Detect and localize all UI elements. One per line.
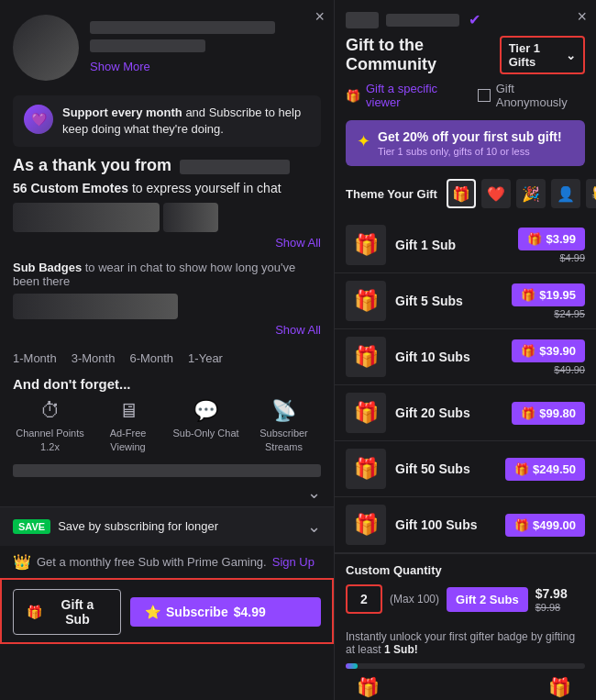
gift-option-50subs[interactable]: 🎁 Gift 50 Subs 🎁 $249.50: [335, 441, 596, 497]
gift-10subs-price-col: 🎁 $39.90 $49.90: [512, 339, 585, 375]
prime-text: Get a monthly free Sub with Prime Gaming…: [37, 555, 267, 569]
perk-ad-free: 🖥 Ad-Free Viewing: [91, 399, 165, 453]
gift-option-20subs[interactable]: 🎁 Gift 20 Subs 🎁 $99.80: [335, 385, 596, 441]
thank-you-section: As a thank you from 56 Custom Emotes to …: [0, 156, 334, 261]
max-label: (Max 100): [390, 593, 439, 606]
theme-icons: 🎁 ❤️ 🎉 👤 😺: [447, 179, 596, 208]
theme-icon-gift[interactable]: 🎁: [447, 179, 476, 208]
gift-options-list: 🎁 Gift 1 Sub 🎁 $3.99 $4.99 🎁 Gift 5 Subs…: [335, 217, 596, 553]
tier-label: Tier 1 Gifts: [509, 41, 562, 69]
support-text: Support every month and Subscribe to hel…: [62, 105, 310, 138]
perk-sub-chat: 💬 Sub-Only Chat: [169, 399, 243, 453]
gift-10subs-price-btn[interactable]: 🎁 $39.90: [512, 339, 585, 362]
support-box: 💜 Support every month and Subscribe to h…: [13, 95, 321, 147]
gift-10subs-price: $39.90: [539, 344, 576, 358]
channel-points-icon: ⏱: [40, 399, 61, 423]
gift-community-title: Gift to the Community: [346, 36, 500, 74]
gift-option-100subs[interactable]: 🎁 Gift 100 Subs 🎁 $499.00: [335, 497, 596, 553]
gift-specific-viewer[interactable]: 🎁 Gift a specific viewer: [346, 82, 470, 109]
gift-10subs-name: Gift 10 Subs: [395, 350, 502, 364]
duration-row: 1-Month 3-Month 6-Month 1-Year: [0, 348, 334, 374]
gift-viewer-row: 🎁 Gift a specific viewer Gift Anonymousl…: [335, 82, 596, 117]
badges-section: Sub Badges to wear in chat to show how l…: [0, 261, 334, 348]
theme-icon-heart[interactable]: ❤️: [481, 179, 511, 208]
gifter-desc: Instantly unlock your first gifter badge…: [346, 630, 585, 656]
promo-main-text: Get 20% off your first sub gift!: [378, 129, 562, 144]
custom-gift-button[interactable]: Gift 2 Subs: [447, 587, 528, 612]
duration-3month[interactable]: 3-Month: [72, 351, 116, 365]
gift-10subs-icon: 🎁: [346, 337, 386, 377]
gift-1sub-price: $3.99: [546, 232, 576, 246]
anonymous-label: Gift Anonymously: [496, 82, 585, 109]
gift-100subs-icon-btn: 🎁: [514, 518, 529, 532]
gift-icon: 🎁: [27, 605, 42, 619]
prime-row: 👑 Get a monthly free Sub with Prime Gami…: [0, 546, 334, 578]
subscribe-price: $4.99: [234, 605, 266, 619]
gift-option-5subs[interactable]: 🎁 Gift 5 Subs 🎁 $19.95 $24.95: [335, 273, 596, 329]
gift-1sub-price-btn[interactable]: 🎁 $3.99: [518, 228, 585, 250]
chevron-down-icon[interactable]: ⌄: [307, 483, 321, 503]
gift-50subs-price-btn[interactable]: 🎁 $249.50: [505, 458, 585, 481]
close-right-button[interactable]: ×: [577, 7, 587, 27]
theme-icon-cat[interactable]: 😺: [586, 179, 596, 208]
gift-20subs-icon: 🎁: [346, 393, 386, 433]
gift-5subs-name: Gift 5 Subs: [395, 294, 502, 308]
right-name-bar: [386, 14, 459, 27]
close-left-button[interactable]: ×: [315, 7, 325, 27]
theme-label: Theme Your Gift: [346, 187, 437, 201]
anonymous-checkbox[interactable]: [478, 89, 491, 102]
prime-icon: 👑: [13, 553, 31, 571]
gift-option-1sub[interactable]: 🎁 Gift 1 Sub 🎁 $3.99 $4.99: [335, 217, 596, 273]
show-all-emotes-link[interactable]: Show All: [275, 236, 321, 250]
gift-option-10subs[interactable]: 🎁 Gift 10 Subs 🎁 $39.90 $49.90: [335, 329, 596, 385]
promo-sub-text: Tier 1 subs only, gifts of 10 or less: [378, 146, 562, 157]
gift-50subs-price: $249.50: [533, 462, 576, 476]
tier-chevron-icon: ⌄: [566, 49, 576, 62]
gift-sub-button[interactable]: 🎁 Gift a Sub: [13, 589, 121, 635]
streamer-name-bar: [90, 21, 275, 34]
subscribe-button[interactable]: ⭐ Subscribe $4.99: [130, 597, 321, 627]
gift-100subs-price-btn[interactable]: 🎁 $499.00: [505, 514, 585, 537]
perk-label-ad-free: Ad-Free Viewing: [91, 427, 165, 453]
show-all-badges-link[interactable]: Show All: [275, 323, 321, 337]
perks-grid: ⏱ Channel Points 1.2x 🖥 Ad-Free Viewing …: [0, 399, 334, 462]
prime-signup-link[interactable]: Sign Up: [272, 555, 315, 569]
gifter-section: Instantly unlock your first gifter badge…: [335, 623, 596, 700]
emote-bar-1: [13, 203, 160, 232]
custom-price: $7.98: [535, 586, 568, 601]
five-gift-icon: 🎁: [548, 676, 571, 698]
gift-1sub-price-col: 🎁 $3.99 $4.99: [518, 228, 585, 263]
save-text: Save by subscribing for longer: [58, 519, 307, 533]
gifter-ends: 🎁 Sub Gifter 🎁 5 Gift Subs: [346, 676, 585, 700]
thank-you-title: As a thank you from: [13, 156, 321, 175]
gift-20subs-price: $99.80: [539, 406, 576, 420]
gift-5subs-icon: 🎁: [346, 281, 386, 321]
perk-subscriber-streams: 📡 Subscriber Streams: [247, 399, 321, 453]
gift-5subs-price-col: 🎁 $19.95 $24.95: [512, 283, 585, 319]
gift-specific-label: Gift a specific viewer: [366, 82, 470, 109]
emote-strip: [13, 203, 321, 232]
gift-20subs-price-btn[interactable]: 🎁 $99.80: [512, 402, 585, 425]
promo-content: Get 20% off your first sub gift! Tier 1 …: [378, 129, 562, 157]
gift-50subs-icon-btn: 🎁: [514, 462, 529, 476]
tier-dropdown[interactable]: Tier 1 Gifts ⌄: [500, 36, 585, 74]
duration-6month[interactable]: 6-Month: [129, 351, 173, 365]
custom-qty-input[interactable]: [346, 584, 382, 614]
gift-5subs-price-btn[interactable]: 🎁 $19.95: [512, 283, 585, 306]
save-banner[interactable]: SAVE Save by subscribing for longer ⌄: [0, 506, 334, 546]
custom-price-col: $7.98 $9.98: [535, 585, 568, 613]
anonymous-row: Gift Anonymously: [478, 82, 585, 109]
right-header: ✔: [335, 0, 596, 34]
duration-1month[interactable]: 1-Month: [13, 351, 57, 365]
theme-icon-person[interactable]: 👤: [551, 179, 580, 208]
gift-10subs-icon-btn: 🎁: [521, 344, 535, 358]
left-header: Show More: [0, 0, 334, 90]
subscribe-label: Subscribe: [166, 605, 228, 619]
gift-20subs-price-col: 🎁 $99.80: [512, 402, 585, 425]
duration-1year[interactable]: 1-Year: [188, 351, 223, 365]
right-avatar: [346, 12, 379, 28]
badge-strip: [13, 294, 321, 319]
gifter-progress-bar: [346, 663, 585, 669]
show-more-link[interactable]: Show More: [90, 60, 150, 73]
theme-icon-party[interactable]: 🎉: [516, 179, 546, 208]
